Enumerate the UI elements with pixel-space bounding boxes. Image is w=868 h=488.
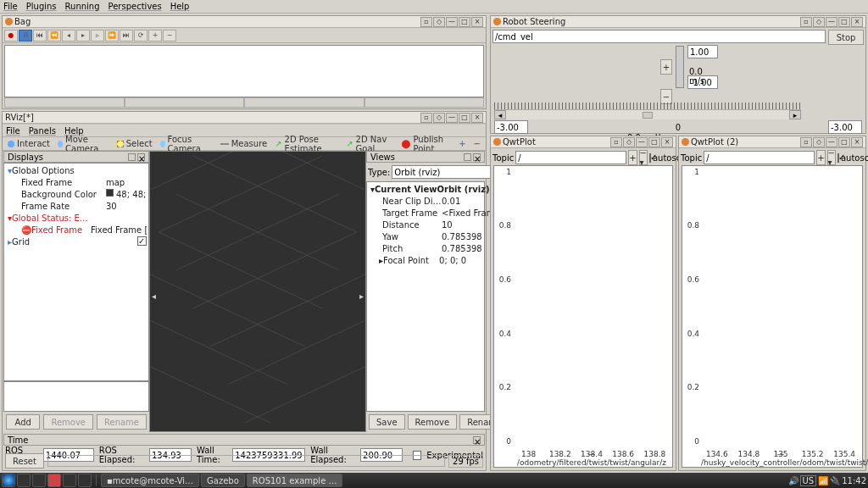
plot1-del-button[interactable]: − ▾	[639, 150, 648, 165]
bag-skip-start-button[interactable]: ⏮	[33, 30, 47, 42]
bag-open-button[interactable]: ⎙	[19, 30, 32, 42]
close-panel-icon[interactable]: ×	[473, 153, 481, 161]
menu-plugins[interactable]: Plugins	[26, 2, 57, 11]
files-launcher-icon[interactable]	[17, 474, 31, 487]
rviz-panels[interactable]: Panels	[29, 126, 56, 136]
bag-track-area[interactable]	[4, 45, 484, 97]
rviz-max-icon[interactable]: □	[459, 113, 470, 123]
linear-max-input[interactable]	[687, 45, 718, 58]
views-remove-button[interactable]: Remove	[408, 414, 458, 430]
tool-add[interactable]: +	[455, 138, 469, 150]
p1-close-icon[interactable]: ×	[661, 137, 673, 147]
plot1-area[interactable]: 1 0.8 0.6 0.4 0.2 0 138 138.2 138.4 138.…	[493, 165, 673, 468]
browser-launcher-icon[interactable]	[47, 474, 61, 487]
bag-dock1-icon[interactable]: ▫	[420, 17, 432, 27]
qwtplot2-titlebar[interactable]: QwtPlot (2) ▫◇ —□×	[679, 136, 865, 148]
rviz-dock2-icon[interactable]: ◇	[433, 113, 445, 123]
sound-icon[interactable]: 🔊	[788, 476, 798, 485]
close-panel-icon[interactable]: ×	[137, 153, 145, 161]
tool-move-camera[interactable]: Move Camera	[54, 138, 113, 150]
global-status[interactable]: Global Status: E…	[12, 213, 88, 225]
nav-right-icon[interactable]: ▸	[359, 291, 364, 301]
steer-dock2-icon[interactable]: ◇	[813, 17, 825, 27]
bag-zoomin-button[interactable]: +	[148, 30, 162, 42]
displays-header[interactable]: Displays×	[3, 151, 149, 163]
steering-titlebar[interactable]: Robot Steering ▫ ◇ — □ ×	[491, 16, 865, 28]
taskbar-item-terminal[interactable]: ▪ mcote@mcote-Vi…	[101, 474, 199, 487]
time-panel-header[interactable]: Time×	[3, 434, 485, 446]
plot1-autoscroll-checkbox[interactable]	[649, 153, 651, 163]
keyboard-indicator[interactable]: US	[800, 475, 817, 486]
bag-next-button[interactable]: ▹	[91, 30, 104, 42]
bag-skip-end-button[interactable]: ⏭	[120, 30, 133, 42]
menu-help[interactable]: Help	[170, 2, 190, 11]
linear-slider[interactable]	[676, 46, 684, 88]
remove-button[interactable]: Remove	[43, 414, 93, 430]
angular-left-input[interactable]	[494, 120, 528, 134]
angular-scrollbar[interactable]: ◂ ▸	[494, 109, 801, 119]
plot2-topic-input[interactable]	[704, 151, 815, 164]
p1-min-icon[interactable]: —	[636, 137, 648, 147]
angular-right-input[interactable]	[828, 120, 862, 134]
p1-max-icon[interactable]: □	[648, 137, 660, 147]
scroll-right-icon[interactable]: ▸	[789, 110, 801, 119]
cmdvel-topic-input[interactable]	[492, 30, 826, 43]
p2-min-icon[interactable]: —	[826, 137, 837, 147]
bag-record-button[interactable]: ●	[4, 30, 18, 42]
app2-launcher-icon[interactable]	[78, 474, 92, 487]
bag-close-icon[interactable]: ×	[471, 17, 483, 27]
rviz-titlebar[interactable]: RViz[*] ▫ ◇ — □ ×	[3, 112, 486, 124]
nav-left-icon[interactable]: ◂	[152, 291, 156, 301]
p1-dock1-icon[interactable]: ▫	[610, 137, 622, 147]
tool-remove[interactable]: −	[470, 138, 484, 150]
bag-play-button[interactable]: ▸	[76, 30, 90, 42]
clock[interactable]: 11:42	[842, 476, 866, 485]
bag-loop-button[interactable]: ⟳	[134, 30, 147, 42]
qwtplot1-titlebar[interactable]: QwtPlot ▫◇ —□×	[491, 136, 676, 148]
tool-focus-camera[interactable]: Focus Camera	[157, 138, 216, 150]
bag-prev-button[interactable]: ◂	[62, 30, 75, 42]
tool-measure[interactable]: Measure	[217, 138, 271, 150]
views-save-button[interactable]: Save	[369, 414, 405, 430]
tool-2d-nav[interactable]: ↗2D Nav Goal	[342, 138, 397, 150]
taskbar[interactable]: ▪ mcote@mcote-Vi… Gazebo ROS101 example …	[0, 473, 868, 488]
plot2-del-button[interactable]: − ▾	[827, 150, 836, 165]
view-type-select[interactable]	[392, 165, 503, 179]
scroll-left-icon[interactable]: ◂	[494, 110, 506, 119]
menu-perspectives[interactable]: Perspectives	[108, 2, 162, 11]
main-menubar[interactable]: File Plugins Running Perspectives Help	[0, 0, 868, 14]
plot1-topic-input[interactable]	[515, 151, 626, 164]
rviz-close-icon[interactable]: ×	[471, 113, 483, 123]
pin-icon[interactable]	[464, 153, 471, 161]
plot1-add-button[interactable]: +	[628, 150, 637, 165]
start-button[interactable]	[2, 474, 15, 487]
views-header[interactable]: Views×	[366, 151, 485, 163]
p2-max-icon[interactable]: □	[838, 137, 850, 147]
taskbar-item-ros101[interactable]: ROS101 example …	[247, 474, 343, 487]
rviz-dock1-icon[interactable]: ▫	[420, 113, 432, 123]
bag-titlebar[interactable]: Bag ▫ ◇ — □ ×	[3, 16, 486, 28]
reset-button[interactable]: Reset	[5, 453, 44, 469]
tool-publish-point[interactable]: ⬤Publish Point	[398, 138, 454, 150]
p2-close-icon[interactable]: ×	[851, 137, 863, 147]
p2-dock2-icon[interactable]: ◇	[813, 137, 825, 147]
plot2-area[interactable]: 1 0.8 0.6 0.4 0.2 0 134.6 134.8 135 135.…	[682, 165, 863, 468]
battery-icon[interactable]: 🔌	[830, 476, 840, 485]
bag-min-icon[interactable]: —	[446, 17, 458, 27]
grid-display[interactable]: Grid	[12, 236, 30, 248]
steer-close-icon[interactable]: ×	[851, 17, 863, 27]
taskbar-item-gazebo[interactable]: Gazebo	[201, 474, 245, 487]
steer-max-icon[interactable]: □	[838, 17, 850, 27]
bag-rew-button[interactable]: ⏪	[47, 30, 61, 42]
angular-thumb[interactable]	[643, 112, 653, 119]
bag-max-icon[interactable]: □	[459, 17, 470, 27]
network-icon[interactable]: 📶	[818, 476, 828, 485]
rviz-file[interactable]: File	[6, 126, 20, 136]
grid-checkbox[interactable]	[137, 236, 147, 246]
bag-dock2-icon[interactable]: ◇	[433, 17, 445, 27]
stop-button[interactable]: Stop	[828, 30, 864, 45]
rviz-3d-view[interactable]: ◂ ▸	[149, 151, 366, 432]
plot2-add-button[interactable]: +	[816, 150, 825, 165]
global-options[interactable]: Global Options	[12, 165, 75, 177]
rename-button[interactable]: Rename	[97, 414, 147, 430]
